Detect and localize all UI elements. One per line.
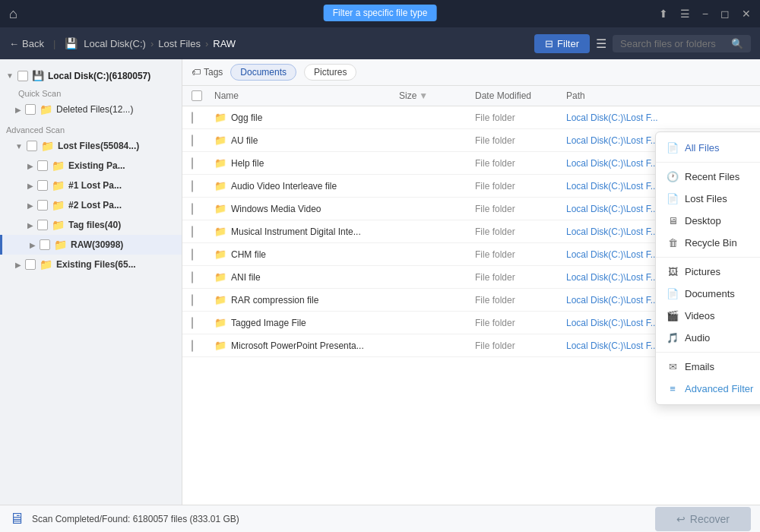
restore-button[interactable]: ◻ — [720, 8, 730, 20]
file-name: 📁 Microsoft PowerPoint Presenta... — [214, 340, 399, 351]
deleted-checkbox[interactable] — [25, 104, 36, 115]
row-checkbox[interactable] — [192, 271, 193, 283]
name-col-header[interactable]: Name — [214, 90, 399, 101]
row-checkbox[interactable] — [192, 157, 193, 169]
root-expand-arrow[interactable]: ▼ — [6, 71, 14, 80]
file-name: 📁 CHM file — [214, 249, 399, 260]
breadcrumb-raw: RAW — [213, 38, 236, 49]
existpa-expand[interactable]: ▶ — [27, 162, 33, 170]
dropdown-item-label: Recycle Bin — [685, 237, 737, 249]
row-checkbox[interactable] — [192, 294, 193, 306]
file-type: File folder — [475, 318, 566, 328]
drive-icon: 💾 — [65, 37, 78, 49]
select-all-col — [192, 90, 214, 101]
row-checkbox[interactable] — [192, 226, 193, 238]
dropdown-item-all-files[interactable]: 📄All Files✓ — [656, 137, 760, 159]
existpa-checkbox[interactable] — [37, 160, 48, 171]
filelist-panel: 🏷 Tags Documents Pictures Name Size ▼ Da… — [182, 59, 760, 505]
filter-documents[interactable]: Documents — [230, 64, 296, 81]
date-col-header[interactable]: Date Modified — [475, 90, 566, 101]
table-header: Name Size ▼ Date Modified Path — [182, 86, 760, 106]
row-checkbox[interactable] — [192, 203, 193, 215]
dropdown-item-videos[interactable]: 🎬Videos — [656, 305, 760, 327]
file-name: 📁 Musical Instrument Digital Inte... — [214, 226, 399, 237]
close-button[interactable]: ✕ — [742, 8, 751, 20]
search-input[interactable] — [620, 38, 727, 49]
date-col-label: Date Modified — [475, 90, 531, 101]
sidebar-item-raw[interactable]: ▶ 📁 RAW(30998) — [0, 235, 182, 255]
lost-checkbox[interactable] — [27, 141, 37, 151]
back-button[interactable]: ← Back — [9, 38, 44, 49]
lostpa1-checkbox[interactable] — [37, 180, 48, 191]
dropdown-item-documents[interactable]: 📄Documents — [656, 283, 760, 305]
search-icon[interactable]: 🔍 — [731, 38, 743, 49]
existfiles-expand[interactable]: ▶ — [15, 261, 21, 269]
filter-label: Filter — [557, 38, 579, 49]
sidebar-item-lost-pa1[interactable]: ▶ 📁 #1 Lost Pa... — [0, 176, 182, 195]
dropdown-item-audio[interactable]: 🎵Audio — [656, 327, 760, 349]
lostpa2-checkbox[interactable] — [37, 200, 48, 211]
file-type: File folder — [475, 226, 566, 237]
table-row[interactable]: 📁 Ogg file File folder Local Disk(C:)\Lo… — [182, 106, 760, 129]
share-button[interactable]: ⬆ — [659, 8, 668, 20]
size-col-header[interactable]: Size ▼ — [399, 90, 475, 101]
row-checkbox[interactable] — [192, 317, 193, 329]
row-checkbox[interactable] — [192, 112, 193, 124]
row-checkbox[interactable] — [192, 180, 193, 192]
select-all-checkbox[interactable] — [192, 90, 202, 101]
filter-button[interactable]: ⊟ Filter — [534, 34, 590, 53]
tag-expand[interactable]: ▶ — [27, 221, 33, 230]
sidebar-item-lost[interactable]: ▼ 📁 Lost Files(55084...) — [0, 136, 182, 156]
lostpa2-expand[interactable]: ▶ — [27, 201, 33, 210]
filelist-header: 🏷 Tags Documents Pictures — [182, 59, 760, 86]
dropdown-item-emails[interactable]: ✉Emails — [656, 356, 760, 378]
root-checkbox[interactable] — [17, 71, 28, 81]
statusbar: 🖥 Scan Completed/Found: 6180057 files (8… — [0, 505, 760, 532]
sidebar-item-existing-files[interactable]: ▶ 📁 Existing Files(65... — [0, 255, 182, 274]
sidebar: ▼ 💾 Local Disk(C:)(6180057) Quick Scan ▶… — [0, 59, 182, 505]
dropdown-item-recent-files[interactable]: 🕐Recent Files — [656, 166, 760, 188]
lost-expand[interactable]: ▼ — [15, 142, 23, 150]
deleted-expand[interactable]: ▶ — [15, 106, 21, 114]
recover-button[interactable]: ↩ Recover — [655, 507, 751, 531]
deleted-label: Deleted Files(12...) — [56, 104, 133, 115]
advanced-icon: ≡ — [667, 383, 679, 394]
breadcrumb-lost[interactable]: Lost Files — [158, 38, 201, 49]
file-type: File folder — [475, 112, 566, 123]
sidebar-item-deleted[interactable]: ▶ 📁 Deleted Files(12...) — [0, 100, 182, 119]
filter-pictures[interactable]: Pictures — [304, 64, 356, 81]
status-text: Scan Completed/Found: 6180057 files (833… — [32, 514, 239, 524]
tag-checkbox[interactable] — [37, 220, 48, 230]
file-name: 📁 AU file — [214, 135, 399, 146]
sidebar-root: ▼ 💾 Local Disk(C:)(6180057) — [0, 65, 182, 86]
row-checkbox[interactable] — [192, 135, 193, 147]
dropdown-item-desktop[interactable]: 🖥Desktop — [656, 210, 760, 232]
dropdown-item-pictures[interactable]: 🖼Pictures — [656, 261, 760, 283]
raw-checkbox[interactable] — [40, 239, 50, 250]
existfiles-label: Existing Files(65... — [56, 259, 136, 270]
dropdown-item-lost-files[interactable]: 📄Lost Files — [656, 188, 760, 210]
menu-button[interactable]: ☰ — [680, 8, 690, 20]
sidebar-item-existing-pa[interactable]: ▶ 📁 Existing Pa... — [0, 156, 182, 176]
tags-button[interactable]: 🏷 Tags — [192, 67, 223, 78]
sidebar-item-tag-files[interactable]: ▶ 📁 Tag files(40) — [0, 215, 182, 235]
file-name: 📁 Ogg file — [214, 112, 399, 123]
row-checkbox[interactable] — [192, 249, 193, 261]
root-label: Local Disk(C:)(6180057) — [48, 71, 150, 81]
folder-icon-sm: 📁 — [214, 203, 226, 214]
minimize-button[interactable]: − — [702, 8, 708, 20]
options-menu-button[interactable]: ☰ — [596, 36, 606, 51]
home-icon[interactable]: ⌂ — [9, 6, 17, 22]
breadcrumb-disk[interactable]: Local Disk(C:) — [84, 38, 146, 49]
dropdown-item-label: Emails — [685, 361, 714, 372]
folder-icon-lostpa2: 📁 — [52, 199, 65, 211]
lostpa1-label: #1 Lost Pa... — [68, 180, 122, 191]
path-col-header[interactable]: Path — [566, 90, 751, 101]
row-checkbox[interactable] — [192, 340, 193, 352]
raw-expand[interactable]: ▶ — [30, 241, 36, 249]
dropdown-item-recycle-bin[interactable]: 🗑Recycle Bin — [656, 232, 760, 254]
existfiles-checkbox[interactable] — [25, 259, 36, 270]
sidebar-item-lost-pa2[interactable]: ▶ 📁 #2 Lost Pa... — [0, 195, 182, 215]
dropdown-item-advanced-filter[interactable]: ≡Advanced Filter — [656, 378, 760, 400]
lostpa1-expand[interactable]: ▶ — [27, 182, 33, 190]
